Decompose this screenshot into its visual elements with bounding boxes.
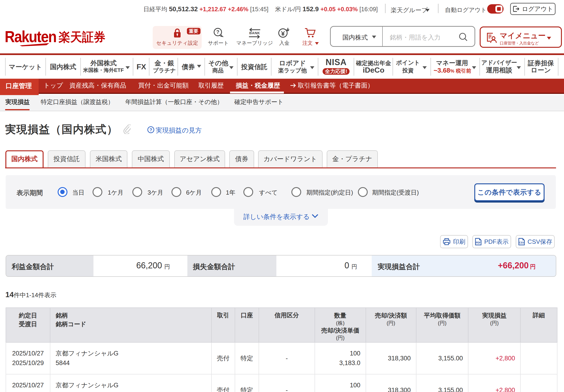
svg-text:?: ? bbox=[216, 29, 219, 35]
svg-text:BANK: BANK bbox=[249, 31, 260, 35]
svg-text:PDF: PDF bbox=[476, 241, 481, 244]
svg-text:?: ? bbox=[149, 127, 152, 132]
svg-text:CSV: CSV bbox=[519, 241, 524, 244]
